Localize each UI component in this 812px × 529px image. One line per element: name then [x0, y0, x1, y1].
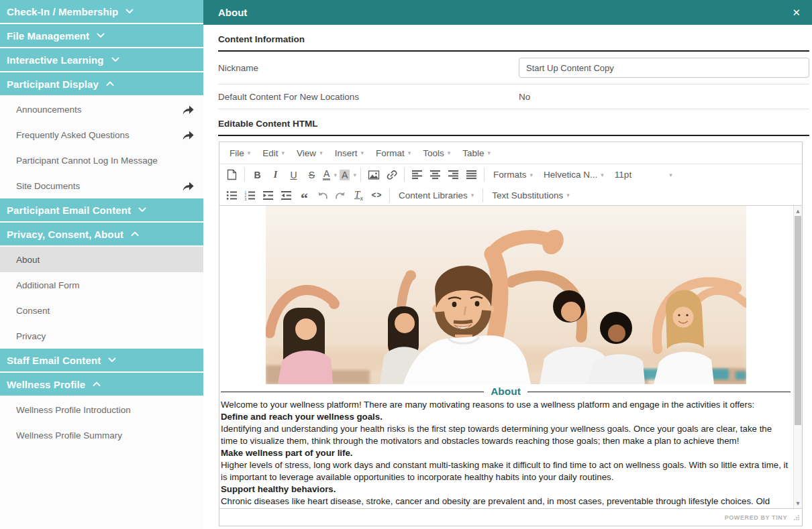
sidebar-item-wellness-profile-summary[interactable]: Wellness Profile Summary — [0, 422, 203, 448]
share-icon[interactable] — [182, 129, 195, 141]
editor-content[interactable]: About Welcome to your wellness platform!… — [219, 206, 802, 508]
section-label: Participant Display — [7, 78, 99, 90]
underline-button[interactable]: U — [285, 166, 302, 183]
menu-tools[interactable]: Tools — [417, 145, 456, 161]
scrollbar-thumb[interactable] — [795, 216, 801, 425]
close-icon[interactable]: ✕ — [792, 7, 801, 19]
menu-file[interactable]: File — [223, 145, 256, 161]
nickname-row: Nickname — [218, 52, 809, 84]
item-label: Additional Form — [16, 280, 80, 290]
item-label: Site Documents — [16, 181, 80, 191]
chevron-up-icon — [93, 381, 101, 387]
editable-content-heading: Editable Content HTML — [218, 109, 809, 136]
menu-format[interactable]: Format — [370, 145, 417, 161]
panel-title: About — [218, 7, 792, 18]
chevron-up-icon — [106, 81, 114, 86]
sidebar-section-participant-display[interactable]: Participant Display — [0, 72, 203, 95]
insert-image-button[interactable] — [365, 166, 382, 183]
sidebar-section-staff-email-content[interactable]: Staff Email Content — [0, 349, 203, 371]
section-label: Participant Email Content — [7, 204, 131, 216]
sidebar-section-privacy-consent-about[interactable]: Privacy, Consent, About — [0, 223, 203, 245]
clear-formatting-button[interactable]: Tx — [350, 187, 367, 204]
sidebar-item-frequently-asked-questions[interactable]: Frequently Asked Questions — [0, 122, 203, 148]
sidebar-item-consent[interactable]: Consent — [0, 298, 203, 323]
sidebar-item-announcements[interactable]: Announcements — [0, 97, 203, 122]
sidebar-section-wellness-profile[interactable]: Wellness Profile — [0, 373, 203, 396]
powered-by-tiny-label: POWERED BY TINY — [725, 514, 787, 521]
content-information-heading: Content Information — [218, 25, 809, 52]
sidebar-section-check-in-membership[interactable]: Check-In / Membership — [0, 0, 203, 23]
align-center-button[interactable] — [427, 166, 444, 183]
menu-table[interactable]: Table — [456, 145, 497, 161]
nickname-label: Nickname — [218, 63, 519, 73]
numbered-list-button[interactable]: 123 — [242, 187, 258, 204]
text-color-button[interactable]: A — [321, 166, 338, 183]
text-substitutions-select[interactable]: Text Substitutions — [487, 190, 574, 200]
sidebar-item-wellness-profile-introduction[interactable]: Wellness Profile Introduction — [0, 397, 203, 422]
sidebar-section-participant-email-content[interactable]: Participant Email Content — [0, 198, 203, 221]
item-label: Privacy — [16, 331, 46, 341]
sidebar-item-privacy[interactable]: Privacy — [0, 323, 203, 349]
editor-toolbar-row2: 123 “ Tx <> Content Libraries Text Subst… — [219, 185, 802, 206]
resize-grip-icon[interactable] — [793, 512, 800, 524]
new-document-button[interactable] — [223, 166, 240, 183]
sidebar-item-additional-form[interactable]: Additional Form — [0, 272, 203, 298]
item-label: Participant Cannot Log In Message — [16, 156, 158, 166]
menu-view[interactable]: View — [291, 145, 329, 161]
font-family-select[interactable]: Helvetica N... — [538, 170, 609, 180]
content-libraries-select[interactable]: Content Libraries — [393, 190, 479, 200]
sidebar-item-about[interactable]: About — [0, 247, 203, 272]
share-icon[interactable] — [182, 104, 195, 115]
item-label: About — [16, 255, 40, 265]
item-label: Wellness Profile Summary — [16, 430, 122, 440]
content-paragraph: Make wellness part of your life. — [221, 447, 791, 459]
sidebar-section-file-management[interactable]: File Management — [0, 24, 203, 47]
section-label: Interactive Learning — [7, 54, 104, 66]
sidebar-item-site-documents[interactable]: Site Documents — [0, 173, 203, 198]
font-size-select[interactable]: 11pt — [609, 170, 678, 180]
chevron-down-icon — [125, 9, 134, 14]
italic-button[interactable]: I — [267, 166, 284, 183]
scroll-up-button[interactable] — [794, 207, 802, 215]
content-about-heading: About — [221, 386, 791, 398]
content-photo-group-stretching[interactable] — [266, 206, 746, 384]
bullet-list-button[interactable] — [223, 187, 240, 204]
menu-edit[interactable]: Edit — [256, 145, 291, 161]
sidebar-item-participant-cannot-log-in-message[interactable]: Participant Cannot Log In Message — [0, 148, 203, 173]
share-icon[interactable] — [182, 180, 195, 192]
redo-button[interactable] — [332, 187, 349, 204]
content-paragraph: Support healthy behaviors. — [221, 483, 791, 495]
insert-link-button[interactable] — [383, 166, 400, 183]
justify-button[interactable] — [463, 166, 480, 183]
editor-statusbar: POWERED BY TINY — [219, 508, 802, 526]
nickname-input[interactable] — [519, 58, 809, 78]
editor-scrollbar[interactable] — [793, 206, 802, 508]
default-content-label: Default Content For New Locations — [218, 92, 519, 102]
blockquote-button[interactable]: “ — [296, 187, 313, 204]
indent-button[interactable] — [278, 187, 295, 204]
strikethrough-button[interactable]: S — [303, 166, 320, 183]
sidebar-section-interactive-learning[interactable]: Interactive Learning — [0, 48, 203, 71]
align-right-button[interactable] — [445, 166, 462, 183]
align-left-button[interactable] — [409, 166, 425, 183]
source-code-button[interactable]: <> — [368, 187, 385, 204]
chevron-down-icon — [138, 207, 146, 213]
svg-text:3: 3 — [245, 196, 247, 200]
outdent-button[interactable] — [260, 187, 276, 204]
editor-menubar: File Edit View Insert Format Tools Table — [219, 142, 802, 164]
chevron-up-icon — [131, 231, 139, 237]
content-paragraph: Welcome to your wellness platform! There… — [221, 399, 791, 411]
menu-insert[interactable]: Insert — [329, 145, 370, 161]
item-label: Consent — [16, 306, 50, 316]
section-label: Wellness Profile — [7, 379, 85, 390]
undo-button[interactable] — [314, 187, 331, 204]
panel-header: About ✕ — [203, 0, 812, 25]
scroll-down-button[interactable] — [794, 499, 802, 508]
background-color-button[interactable]: A — [340, 166, 356, 183]
formats-select[interactable]: Formats — [488, 170, 538, 180]
section-label: Privacy, Consent, About — [7, 229, 123, 240]
content-paragraph: Higher levels of stress, long work days … — [221, 459, 791, 483]
bold-button[interactable]: B — [249, 166, 266, 183]
default-content-value: No — [519, 92, 809, 102]
rich-text-editor: File Edit View Insert Format Tools Table… — [219, 141, 803, 526]
